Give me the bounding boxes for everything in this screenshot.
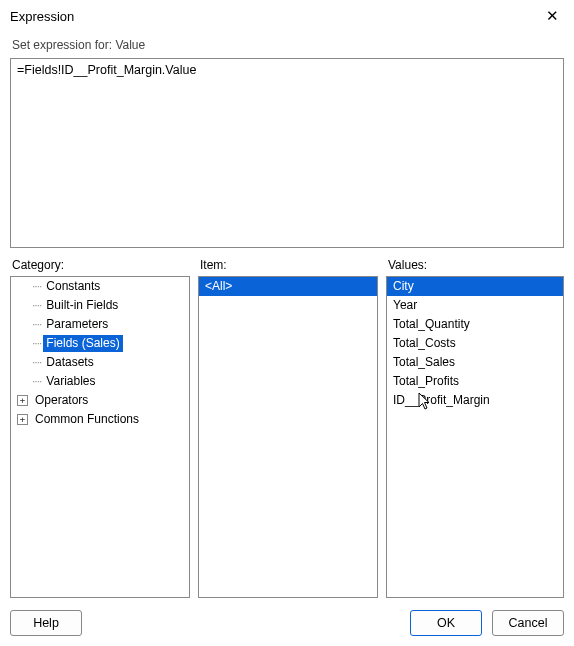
item-list[interactable]: <All> xyxy=(198,276,378,598)
dialog-content: Set expression for: Value Category: ····… xyxy=(0,30,574,646)
category-item[interactable]: +Operators xyxy=(11,391,189,410)
value-entry[interactable]: Total_Sales xyxy=(387,353,563,372)
value-entry[interactable]: City xyxy=(387,277,563,296)
tree-branch-icon: ···· xyxy=(32,354,41,371)
tree-branch-icon: ···· xyxy=(32,373,41,390)
tree-branch-icon: ···· xyxy=(32,278,41,295)
category-item-label: Operators xyxy=(32,392,91,409)
value-entry[interactable]: Total_Profits xyxy=(387,372,563,391)
item-column: Item: <All> xyxy=(198,256,378,598)
value-entry[interactable]: Year xyxy=(387,296,563,315)
category-item[interactable]: ····Parameters xyxy=(11,315,189,334)
category-item-label: Constants xyxy=(43,278,103,295)
expand-icon[interactable]: + xyxy=(17,395,28,406)
title-bar: Expression ✕ xyxy=(0,0,574,30)
values-column-label: Values: xyxy=(386,256,564,276)
tree-spacer xyxy=(17,357,28,368)
cancel-button[interactable]: Cancel xyxy=(492,610,564,636)
category-item[interactable]: ····Fields (Sales) xyxy=(11,334,189,353)
item-entry[interactable]: <All> xyxy=(199,277,377,296)
tree-spacer xyxy=(17,319,28,330)
columns-area: Category: ····Constants····Built-in Fiel… xyxy=(10,256,564,598)
category-tree[interactable]: ····Constants····Built-in Fields····Para… xyxy=(10,276,190,598)
category-item[interactable]: ····Built-in Fields xyxy=(11,296,189,315)
category-item-label: Common Functions xyxy=(32,411,142,428)
subtitle-label: Set expression for: Value xyxy=(10,34,564,58)
category-column: Category: ····Constants····Built-in Fiel… xyxy=(10,256,190,598)
value-entry[interactable]: ID__Profit_Margin xyxy=(387,391,563,410)
category-item-label: Fields (Sales) xyxy=(43,335,122,352)
category-item[interactable]: ····Variables xyxy=(11,372,189,391)
expression-dialog: Expression ✕ Set expression for: Value C… xyxy=(0,0,574,646)
tree-spacer xyxy=(17,376,28,387)
footer-right-group: OK Cancel xyxy=(410,610,564,636)
category-item-label: Built-in Fields xyxy=(43,297,121,314)
values-list[interactable]: CityYearTotal_QuantityTotal_CostsTotal_S… xyxy=(386,276,564,598)
value-entry[interactable]: Total_Costs xyxy=(387,334,563,353)
category-item[interactable]: +Common Functions xyxy=(11,410,189,429)
category-item-label: Variables xyxy=(43,373,98,390)
category-item[interactable]: ····Datasets xyxy=(11,353,189,372)
help-button[interactable]: Help xyxy=(10,610,82,636)
tree-branch-icon: ···· xyxy=(32,335,41,352)
dialog-footer: Help OK Cancel xyxy=(10,598,564,636)
window-title: Expression xyxy=(10,9,74,24)
category-item[interactable]: ····Constants xyxy=(11,277,189,296)
tree-branch-icon: ···· xyxy=(32,297,41,314)
expand-icon[interactable]: + xyxy=(17,414,28,425)
tree-branch-icon: ···· xyxy=(32,316,41,333)
item-column-label: Item: xyxy=(198,256,378,276)
values-column: Values: CityYearTotal_QuantityTotal_Cost… xyxy=(386,256,564,598)
close-button[interactable]: ✕ xyxy=(538,6,566,26)
close-icon: ✕ xyxy=(546,7,559,25)
category-column-label: Category: xyxy=(10,256,190,276)
value-entry[interactable]: Total_Quantity xyxy=(387,315,563,334)
ok-button[interactable]: OK xyxy=(410,610,482,636)
category-item-label: Datasets xyxy=(43,354,96,371)
expression-input[interactable] xyxy=(10,58,564,248)
tree-spacer xyxy=(17,281,28,292)
tree-spacer xyxy=(17,338,28,349)
tree-spacer xyxy=(17,300,28,311)
category-item-label: Parameters xyxy=(43,316,111,333)
